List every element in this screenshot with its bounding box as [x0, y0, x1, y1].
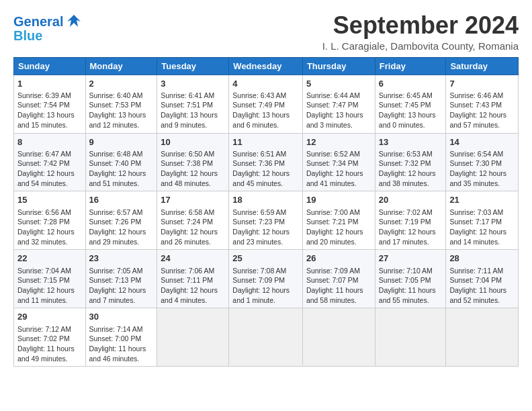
col-wednesday: Wednesday	[229, 57, 303, 75]
calendar-cell: 23Sunrise: 7:05 AMSunset: 7:13 PMDayligh…	[85, 250, 157, 308]
day-info-line: and 11 minutes.	[17, 295, 82, 306]
calendar-cell: 13Sunrise: 6:53 AMSunset: 7:32 PMDayligh…	[375, 133, 446, 191]
day-info-line: Sunset: 7:40 PM	[89, 158, 154, 169]
calendar-cell: 24Sunrise: 7:06 AMSunset: 7:11 PMDayligh…	[157, 250, 229, 308]
header: General Blue September 2024 I. L. Caragi…	[13, 12, 519, 52]
day-info-line: and 35 minutes.	[449, 179, 515, 189]
day-info-line: Daylight: 12 hours	[379, 227, 443, 237]
day-info-line: Sunrise: 7:14 AM	[89, 324, 154, 334]
day-info-line: Sunrise: 6:48 AM	[89, 149, 154, 159]
day-info-line: Daylight: 13 hours	[232, 110, 299, 120]
day-info-line: Sunrise: 7:05 AM	[89, 266, 154, 276]
day-number: 25	[232, 253, 299, 265]
location: I. L. Caragiale, Dambovita County, Roman…	[322, 40, 519, 52]
calendar-cell: 6Sunrise: 6:45 AMSunset: 7:45 PMDaylight…	[375, 75, 446, 133]
day-info-line: and 54 minutes.	[17, 179, 82, 189]
day-number: 16	[89, 194, 154, 206]
day-number: 10	[161, 136, 225, 148]
day-info-line: Daylight: 12 hours	[232, 227, 299, 237]
day-info-line: Sunset: 7:26 PM	[89, 217, 154, 227]
day-info-line: and 58 minutes.	[306, 295, 371, 306]
day-info-line: Daylight: 12 hours	[17, 285, 82, 295]
day-info-line: Sunrise: 7:09 AM	[306, 266, 371, 276]
day-info-line: Daylight: 12 hours	[449, 227, 515, 237]
day-info-line: Sunset: 7:34 PM	[306, 158, 371, 169]
day-info-line: Sunset: 7:09 PM	[232, 275, 299, 285]
day-info-line: Daylight: 12 hours	[17, 169, 82, 179]
day-number: 14	[449, 136, 515, 148]
col-thursday: Thursday	[302, 57, 375, 75]
day-info-line: Daylight: 12 hours	[232, 169, 299, 179]
day-number: 11	[232, 136, 299, 148]
day-info-line: Sunrise: 7:11 AM	[449, 266, 515, 276]
day-info-line: and 57 minutes.	[449, 120, 515, 130]
calendar-cell: 20Sunrise: 7:02 AMSunset: 7:19 PMDayligh…	[375, 191, 446, 250]
day-info-line: Sunset: 7:51 PM	[161, 100, 225, 110]
day-info-line: Daylight: 12 hours	[17, 227, 82, 237]
day-info-line: Sunset: 7:17 PM	[449, 217, 515, 227]
day-info-line: Daylight: 12 hours	[89, 169, 154, 179]
calendar-cell: 7Sunrise: 6:46 AMSunset: 7:43 PMDaylight…	[446, 75, 519, 133]
calendar-cell: 11Sunrise: 6:51 AMSunset: 7:36 PMDayligh…	[229, 133, 303, 191]
day-info-line: Daylight: 13 hours	[161, 110, 225, 120]
col-tuesday: Tuesday	[157, 57, 229, 75]
day-info-line: Sunrise: 6:46 AM	[449, 91, 515, 101]
calendar-cell: 28Sunrise: 7:11 AMSunset: 7:04 PMDayligh…	[446, 250, 519, 308]
month-title: September 2024	[322, 12, 519, 39]
day-info-line: Sunset: 7:28 PM	[17, 217, 82, 227]
day-info-line: Daylight: 12 hours	[89, 227, 154, 237]
day-info-line: and 14 minutes.	[449, 237, 515, 247]
calendar-cell: 21Sunrise: 7:03 AMSunset: 7:17 PMDayligh…	[446, 191, 519, 250]
day-info-line: Sunset: 7:15 PM	[17, 275, 82, 285]
day-info-line: and 4 minutes.	[161, 295, 225, 306]
day-info-line: Sunrise: 6:45 AM	[379, 91, 443, 101]
day-info-line: Sunrise: 6:54 AM	[449, 149, 515, 159]
day-number: 20	[379, 194, 443, 206]
day-info-line: and 17 minutes.	[379, 237, 443, 247]
calendar-cell: 5Sunrise: 6:44 AMSunset: 7:47 PMDaylight…	[302, 75, 375, 133]
day-info-line: Sunrise: 6:52 AM	[306, 149, 371, 159]
day-info-line: Daylight: 13 hours	[306, 110, 371, 120]
day-number: 28	[449, 253, 515, 265]
day-number: 27	[379, 253, 443, 265]
day-info-line: Sunset: 7:19 PM	[379, 217, 443, 227]
day-info-line: Sunrise: 7:02 AM	[379, 208, 443, 218]
day-number: 19	[306, 194, 371, 206]
calendar-cell: 29Sunrise: 7:12 AMSunset: 7:02 PMDayligh…	[14, 308, 86, 367]
col-monday: Monday	[85, 57, 157, 75]
day-number: 6	[379, 78, 443, 90]
calendar-cell: 25Sunrise: 7:08 AMSunset: 7:09 PMDayligh…	[229, 250, 303, 308]
day-info-line: Daylight: 13 hours	[17, 110, 82, 120]
day-info-line: Sunset: 7:47 PM	[306, 100, 371, 110]
day-info-line: Sunset: 7:13 PM	[89, 275, 154, 285]
day-number: 4	[232, 78, 299, 90]
day-info-line: Daylight: 13 hours	[89, 110, 154, 120]
calendar-cell: 2Sunrise: 6:40 AMSunset: 7:53 PMDaylight…	[85, 75, 157, 133]
day-info-line: Sunrise: 6:56 AM	[17, 208, 82, 218]
day-info-line: Sunset: 7:38 PM	[161, 158, 225, 169]
day-info-line: Daylight: 11 hours	[449, 285, 515, 295]
day-info-line: Daylight: 12 hours	[89, 285, 154, 295]
day-info-line: Sunrise: 7:08 AM	[232, 266, 299, 276]
day-info-line: Sunset: 7:05 PM	[379, 275, 443, 285]
day-info-line: Sunset: 7:53 PM	[89, 100, 154, 110]
day-info-line: and 48 minutes.	[161, 179, 225, 189]
calendar-cell: 26Sunrise: 7:09 AMSunset: 7:07 PMDayligh…	[302, 250, 375, 308]
day-info-line: Sunrise: 6:59 AM	[232, 208, 299, 218]
day-info-line: and 12 minutes.	[89, 120, 154, 130]
day-info-line: and 1 minute.	[232, 295, 299, 306]
title-block: September 2024 I. L. Caragiale, Dambovit…	[322, 12, 519, 52]
day-info-line: Sunset: 7:32 PM	[379, 158, 443, 169]
day-info-line: Sunrise: 6:40 AM	[89, 91, 154, 101]
day-info-line: and 38 minutes.	[379, 179, 443, 189]
day-info-line: Daylight: 11 hours	[89, 344, 154, 354]
day-info-line: and 26 minutes.	[161, 237, 225, 247]
day-info-line: Sunrise: 6:44 AM	[306, 91, 371, 101]
day-number: 12	[306, 136, 371, 148]
day-info-line: Sunrise: 6:50 AM	[161, 149, 225, 159]
day-number: 3	[161, 78, 225, 90]
calendar-cell: 30Sunrise: 7:14 AMSunset: 7:00 PMDayligh…	[85, 308, 157, 367]
day-info-line: Sunset: 7:42 PM	[17, 158, 82, 169]
day-info-line: and 3 minutes.	[306, 120, 371, 130]
calendar-week-row: 15Sunrise: 6:56 AMSunset: 7:28 PMDayligh…	[14, 191, 519, 250]
